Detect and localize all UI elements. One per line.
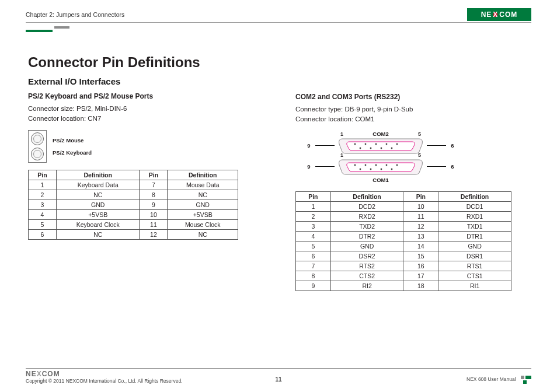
def-cell: Mouse Clock: [168, 219, 238, 229]
svg-point-11: [375, 164, 377, 166]
ps2-spec: Connector size: PS/2, Mini-DIN-6 Connect…: [28, 104, 264, 124]
def-cell: NC: [56, 229, 139, 239]
def-cell: GND: [438, 241, 511, 251]
pin-5: 5: [418, 152, 421, 158]
svg-point-0: [354, 143, 356, 145]
def-cell: Keyboard Clock: [56, 219, 139, 229]
pin-cell: 6: [296, 251, 331, 261]
pin-cell: 11: [140, 219, 168, 229]
pin-cell: 1: [29, 180, 57, 190]
page-number: 11: [275, 376, 281, 383]
pin-cell: 4: [296, 231, 331, 241]
pin-cell: 1: [296, 201, 331, 211]
ps2-spec-size: Connector size: PS/2, Mini-DIN-6: [28, 104, 264, 114]
def-cell: NC: [168, 190, 238, 200]
com1-port-icon: [337, 158, 424, 176]
ps2-keyboard-port-icon: [31, 148, 44, 160]
com-spec: Connector type: DB-9 port, 9-pin D-Sub C…: [295, 104, 531, 125]
leader-line: [427, 145, 446, 146]
pin-9: 9: [305, 163, 313, 170]
def-cell: DSR2: [330, 251, 403, 261]
page-header: Chapter 2: Jumpers and Connectors NEXCOM: [26, 8, 531, 23]
def-cell: TXD2: [330, 221, 403, 231]
pin-cell: 16: [403, 261, 438, 271]
table-row: 5GND14GND: [296, 241, 511, 251]
def-cell: +5VSB: [56, 209, 139, 219]
svg-point-3: [386, 143, 388, 145]
ps2-keyboard-label: PS/2 Keyboard: [53, 149, 92, 156]
com2-label: COM2: [305, 131, 457, 137]
pin-cell: 10: [140, 209, 168, 219]
svg-point-15: [370, 168, 372, 170]
pin-1: 1: [340, 131, 343, 137]
th-def: Definition: [438, 191, 511, 201]
def-cell: +5VSB: [168, 209, 238, 219]
leader-line: [315, 145, 335, 146]
ps2-heading: PS/2 Keyboard and PS/2 Mouse Ports: [28, 92, 264, 100]
table-row: 6DSR215DSR1: [296, 251, 511, 261]
def-cell: NC: [56, 190, 139, 200]
table-row: 4DTR213DTR1: [296, 231, 511, 241]
ps2-pin-table: Pin Definition Pin Definition 1Keyboard …: [28, 170, 238, 240]
pin-cell: 12: [403, 221, 438, 231]
pin-cell: 12: [140, 229, 168, 239]
table-row: 3GND9GND: [29, 200, 238, 209]
def-cell: RI2: [330, 281, 403, 290]
table-row: 1DCD210DCD1: [296, 201, 511, 211]
pin-6: 6: [448, 142, 457, 149]
pin-9: 9: [305, 142, 313, 149]
pin-cell: 5: [29, 219, 57, 229]
svg-point-6: [370, 147, 372, 149]
copyright: Copyright © 2011 NEXCOM International Co…: [26, 378, 182, 384]
pin-cell: 3: [296, 221, 331, 231]
com-connector-diagram: COM2 9 1 5: [305, 131, 457, 183]
pin-cell: 7: [140, 180, 168, 190]
pin-cell: 5: [296, 241, 331, 251]
ps2-spec-loc: Connector location: CN7: [28, 114, 264, 124]
accent-bar-green: [26, 30, 53, 32]
com1-label: COM1: [305, 177, 457, 183]
com-spec-loc: Connector location: COM1: [295, 114, 531, 124]
pin-cell: 11: [403, 211, 438, 221]
ps2-connector-diagram: PS/2 Mouse PS/2 Keyboard: [28, 130, 264, 163]
svg-point-10: [365, 164, 367, 166]
th-pin: Pin: [140, 170, 168, 180]
th-pin: Pin: [403, 191, 438, 201]
pin-cell: 3: [29, 200, 57, 209]
table-row: 3TXD212TXD1: [296, 221, 511, 231]
left-column: Connector Pin Definitions External I/O I…: [28, 54, 264, 291]
def-cell: DCD2: [330, 201, 403, 211]
def-cell: RXD1: [438, 211, 511, 221]
th-def: Definition: [56, 170, 139, 180]
section-subtitle: External I/O Interfaces: [28, 76, 264, 86]
svg-point-13: [396, 164, 398, 166]
right-column: COM2 and COM3 Ports (RS232) Connector ty…: [295, 54, 531, 291]
table-row: 1Keyboard Data7Mouse Data: [29, 180, 238, 190]
def-cell: Mouse Data: [168, 180, 238, 190]
accent-bar-grey: [54, 26, 69, 29]
svg-point-14: [360, 168, 361, 170]
svg-point-7: [381, 147, 382, 149]
table-row: 2NC8NC: [29, 190, 238, 200]
pin-cell: 13: [403, 231, 438, 241]
page-title: Connector Pin Definitions: [28, 54, 264, 71]
def-cell: RTS1: [438, 261, 511, 271]
page-footer: NEXCOM Copyright © 2011 NEXCOM Internati…: [26, 368, 531, 384]
svg-point-9: [354, 164, 356, 166]
table-row: 2RXD211RXD1: [296, 211, 511, 221]
com2-port-icon: [337, 137, 424, 155]
leader-line: [427, 166, 446, 167]
th-pin: Pin: [296, 191, 331, 201]
def-cell: RTS2: [330, 261, 403, 271]
def-cell: GND: [330, 241, 403, 251]
chapter-title: Chapter 2: Jumpers and Connectors: [26, 11, 124, 18]
pin-cell: 4: [29, 209, 57, 219]
pin-cell: 2: [296, 211, 331, 221]
leader-line: [315, 166, 335, 167]
com-spec-type: Connector type: DB-9 port, 9-pin D-Sub: [295, 104, 531, 114]
ps2-mouse-port-icon: [31, 132, 44, 145]
com-pin-table: Pin Definition Pin Definition 1DCD210DCD…: [295, 191, 511, 291]
pin-cell: 9: [296, 281, 331, 290]
svg-point-8: [391, 147, 393, 149]
pin-cell: 7: [296, 261, 331, 271]
